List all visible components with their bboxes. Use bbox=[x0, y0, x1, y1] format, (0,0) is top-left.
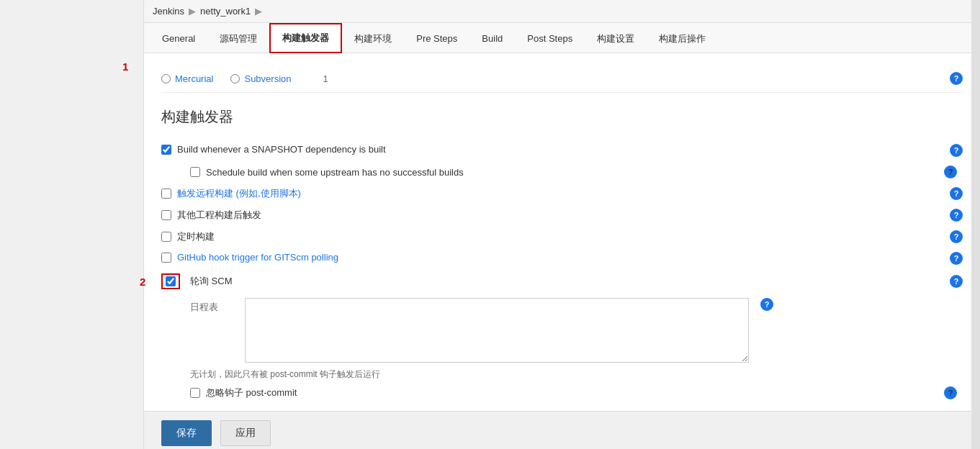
other-project-label[interactable]: 其他工程构建后触发 bbox=[161, 209, 950, 222]
scrollbar[interactable] bbox=[971, 0, 980, 449]
scheduled-text: 定时构建 bbox=[177, 230, 215, 243]
tab-general[interactable]: General bbox=[150, 25, 207, 51]
bottom-bar: 保存 应用 bbox=[144, 411, 980, 449]
scheduled-checkbox[interactable] bbox=[161, 232, 171, 242]
save-button[interactable]: 保存 bbox=[161, 420, 212, 446]
schedule-label-text: 日程表 bbox=[190, 298, 233, 314]
hint-text-content: 无计划，因此只有被 post-commit 钩子触发后运行 bbox=[190, 369, 380, 379]
other-project-text: 其他工程构建后触发 bbox=[177, 209, 261, 222]
poll-scm-checkbox[interactable] bbox=[166, 276, 176, 286]
mercurial-radio[interactable] bbox=[161, 74, 171, 83]
top-radio-row: Mercurial Subversion 1 ? bbox=[161, 65, 963, 93]
help-icon-scheduled[interactable]: ? bbox=[950, 230, 963, 243]
subversion-label: Subversion bbox=[244, 73, 291, 84]
hint-text: 无计划，因此只有被 post-commit 钩子触发后运行 bbox=[190, 368, 963, 381]
remote-checkbox[interactable] bbox=[161, 189, 171, 199]
annotation-1: 1 bbox=[122, 60, 128, 73]
scheduled-label[interactable]: 定时构建 bbox=[161, 230, 950, 243]
ignore-hook-text: 忽略钩子 post-commit bbox=[206, 386, 297, 399]
tab-post-build[interactable]: 构建后操作 bbox=[647, 24, 718, 53]
trigger-row-snapshot: Build whenever a SNAPSHOT dependency is … bbox=[161, 144, 963, 157]
subversion-option[interactable]: Subversion bbox=[230, 73, 291, 84]
schedule-row: 日程表 ? bbox=[190, 298, 963, 363]
github-text: GitHub hook trigger for GITScm polling bbox=[177, 252, 338, 263]
help-icon-schedule[interactable]: ? bbox=[760, 298, 773, 311]
ignore-row: 忽略钩子 post-commit ? bbox=[190, 386, 963, 399]
help-icon-other-project[interactable]: ? bbox=[950, 209, 963, 222]
subversion-radio[interactable] bbox=[230, 74, 240, 83]
poll-scm-text: 轮询 SCM bbox=[190, 275, 233, 288]
snapshot-checkbox[interactable] bbox=[161, 145, 171, 155]
snapshot-text: Build whenever a SNAPSHOT dependency is … bbox=[177, 144, 386, 155]
help-icon-top[interactable]: ? bbox=[950, 72, 963, 85]
help-icon-nested[interactable]: ? bbox=[944, 165, 957, 178]
content-area: 1 Mercurial Subversion 1 ? 构建触发器 Build w… bbox=[144, 53, 980, 411]
breadcrumb: Jenkins ▶ netty_work1 ▶ bbox=[144, 0, 980, 23]
help-icon-remote[interactable]: ? bbox=[950, 187, 963, 200]
github-checkbox[interactable] bbox=[161, 253, 171, 263]
nested-schedule-row: Schedule build when some upstream has no… bbox=[190, 165, 963, 178]
section-title: 构建触发器 bbox=[161, 107, 963, 132]
help-icon-github[interactable]: ? bbox=[950, 252, 963, 265]
tab-build[interactable]: Build bbox=[469, 25, 515, 51]
github-label[interactable]: GitHub hook trigger for GITScm polling bbox=[161, 252, 950, 263]
trigger-row-scheduled: 定时构建 ? bbox=[161, 230, 963, 243]
help-icon-snapshot[interactable]: ? bbox=[950, 144, 963, 157]
tab-pre-steps[interactable]: Pre Steps bbox=[404, 25, 469, 51]
tab-build-env[interactable]: 构建环境 bbox=[342, 24, 404, 53]
tab-post-steps[interactable]: Post Steps bbox=[515, 25, 585, 51]
snapshot-label[interactable]: Build whenever a SNAPSHOT dependency is … bbox=[161, 144, 950, 155]
trigger-row-remote: 触发远程构建 (例如,使用脚本) ? bbox=[161, 187, 963, 200]
trigger-row-github: GitHub hook trigger for GITScm polling ? bbox=[161, 252, 963, 265]
breadcrumb-sep-1: ▶ bbox=[189, 6, 196, 17]
help-icon-poll-scm[interactable]: ? bbox=[950, 275, 963, 288]
annotation-2: 2 bbox=[140, 276, 145, 288]
tabs-bar: General 源码管理 构建触发器 构建环境 Pre Steps Build … bbox=[144, 23, 980, 53]
scm-checkbox-wrapper bbox=[161, 273, 180, 289]
apply-button[interactable]: 应用 bbox=[220, 420, 271, 446]
tab-build-settings[interactable]: 构建设置 bbox=[585, 24, 647, 53]
remote-text: 触发远程构建 (例如,使用脚本) bbox=[177, 187, 301, 200]
tab-build-trigger[interactable]: 构建触发器 bbox=[269, 23, 342, 53]
breadcrumb-project[interactable]: netty_work1 bbox=[200, 6, 251, 17]
help-icon-ignore[interactable]: ? bbox=[944, 386, 957, 399]
schedule-textarea[interactable] bbox=[245, 298, 749, 363]
schedule-upstream-checkbox[interactable] bbox=[190, 167, 200, 177]
schedule-upstream-text: Schedule build when some upstream has no… bbox=[206, 167, 464, 178]
poll-scm-label[interactable]: 轮询 SCM bbox=[161, 273, 950, 289]
breadcrumb-sep-2: ▶ bbox=[255, 6, 262, 17]
remote-label[interactable]: 触发远程构建 (例如,使用脚本) bbox=[161, 187, 950, 200]
trigger-row-other-project: 其他工程构建后触发 ? bbox=[161, 209, 963, 222]
tab-source[interactable]: 源码管理 bbox=[207, 24, 269, 53]
step-number-1: 1 bbox=[323, 73, 328, 84]
mercurial-option[interactable]: Mercurial bbox=[161, 73, 213, 84]
ignore-hook-checkbox[interactable] bbox=[190, 388, 200, 398]
breadcrumb-jenkins[interactable]: Jenkins bbox=[153, 6, 184, 17]
trigger-row-poll-scm: 2 轮询 SCM ? bbox=[161, 273, 963, 289]
mercurial-label: Mercurial bbox=[175, 73, 213, 84]
other-project-checkbox[interactable] bbox=[161, 210, 171, 220]
